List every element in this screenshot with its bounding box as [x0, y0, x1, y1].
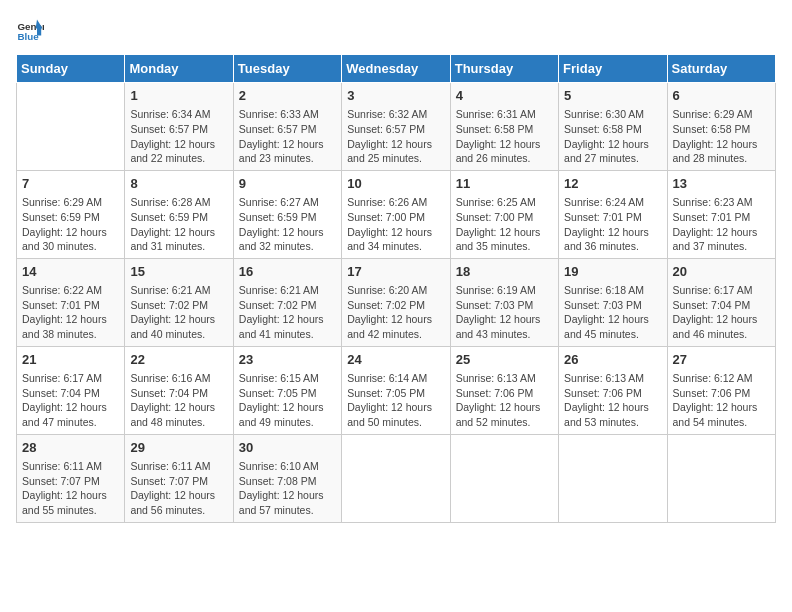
cell-details: Sunrise: 6:31 AM Sunset: 6:58 PM Dayligh… [456, 107, 553, 166]
cell-details: Sunrise: 6:27 AM Sunset: 6:59 PM Dayligh… [239, 195, 336, 254]
calendar-cell: 23Sunrise: 6:15 AM Sunset: 7:05 PM Dayli… [233, 346, 341, 434]
day-number: 29 [130, 439, 227, 457]
calendar-cell: 16Sunrise: 6:21 AM Sunset: 7:02 PM Dayli… [233, 258, 341, 346]
calendar-cell: 19Sunrise: 6:18 AM Sunset: 7:03 PM Dayli… [559, 258, 667, 346]
calendar-cell: 30Sunrise: 6:10 AM Sunset: 7:08 PM Dayli… [233, 434, 341, 522]
day-number: 14 [22, 263, 119, 281]
calendar-cell: 24Sunrise: 6:14 AM Sunset: 7:05 PM Dayli… [342, 346, 450, 434]
day-number: 7 [22, 175, 119, 193]
day-number: 19 [564, 263, 661, 281]
calendar-row: 7Sunrise: 6:29 AM Sunset: 6:59 PM Daylig… [17, 170, 776, 258]
cell-details: Sunrise: 6:25 AM Sunset: 7:00 PM Dayligh… [456, 195, 553, 254]
cell-details: Sunrise: 6:16 AM Sunset: 7:04 PM Dayligh… [130, 371, 227, 430]
day-number: 12 [564, 175, 661, 193]
calendar-cell: 6Sunrise: 6:29 AM Sunset: 6:58 PM Daylig… [667, 83, 775, 171]
day-number: 9 [239, 175, 336, 193]
calendar-cell [450, 434, 558, 522]
cell-details: Sunrise: 6:13 AM Sunset: 7:06 PM Dayligh… [564, 371, 661, 430]
logo: General Blue [16, 16, 48, 44]
cell-details: Sunrise: 6:33 AM Sunset: 6:57 PM Dayligh… [239, 107, 336, 166]
page-header: General Blue [16, 16, 776, 44]
calendar-cell: 22Sunrise: 6:16 AM Sunset: 7:04 PM Dayli… [125, 346, 233, 434]
day-number: 27 [673, 351, 770, 369]
calendar-cell: 18Sunrise: 6:19 AM Sunset: 7:03 PM Dayli… [450, 258, 558, 346]
col-header-tuesday: Tuesday [233, 55, 341, 83]
cell-details: Sunrise: 6:11 AM Sunset: 7:07 PM Dayligh… [22, 459, 119, 518]
col-header-wednesday: Wednesday [342, 55, 450, 83]
header-row: SundayMondayTuesdayWednesdayThursdayFrid… [17, 55, 776, 83]
cell-details: Sunrise: 6:12 AM Sunset: 7:06 PM Dayligh… [673, 371, 770, 430]
cell-details: Sunrise: 6:32 AM Sunset: 6:57 PM Dayligh… [347, 107, 444, 166]
calendar-cell: 15Sunrise: 6:21 AM Sunset: 7:02 PM Dayli… [125, 258, 233, 346]
calendar-cell: 8Sunrise: 6:28 AM Sunset: 6:59 PM Daylig… [125, 170, 233, 258]
cell-details: Sunrise: 6:19 AM Sunset: 7:03 PM Dayligh… [456, 283, 553, 342]
day-number: 4 [456, 87, 553, 105]
day-number: 1 [130, 87, 227, 105]
day-number: 18 [456, 263, 553, 281]
cell-details: Sunrise: 6:30 AM Sunset: 6:58 PM Dayligh… [564, 107, 661, 166]
day-number: 13 [673, 175, 770, 193]
calendar-cell: 14Sunrise: 6:22 AM Sunset: 7:01 PM Dayli… [17, 258, 125, 346]
calendar-cell: 20Sunrise: 6:17 AM Sunset: 7:04 PM Dayli… [667, 258, 775, 346]
calendar-cell: 11Sunrise: 6:25 AM Sunset: 7:00 PM Dayli… [450, 170, 558, 258]
calendar-cell: 21Sunrise: 6:17 AM Sunset: 7:04 PM Dayli… [17, 346, 125, 434]
cell-details: Sunrise: 6:24 AM Sunset: 7:01 PM Dayligh… [564, 195, 661, 254]
day-number: 8 [130, 175, 227, 193]
day-number: 21 [22, 351, 119, 369]
cell-details: Sunrise: 6:29 AM Sunset: 6:58 PM Dayligh… [673, 107, 770, 166]
calendar-cell [342, 434, 450, 522]
day-number: 3 [347, 87, 444, 105]
calendar-cell: 4Sunrise: 6:31 AM Sunset: 6:58 PM Daylig… [450, 83, 558, 171]
svg-text:Blue: Blue [17, 31, 39, 42]
calendar-row: 21Sunrise: 6:17 AM Sunset: 7:04 PM Dayli… [17, 346, 776, 434]
day-number: 20 [673, 263, 770, 281]
calendar-cell: 25Sunrise: 6:13 AM Sunset: 7:06 PM Dayli… [450, 346, 558, 434]
cell-details: Sunrise: 6:34 AM Sunset: 6:57 PM Dayligh… [130, 107, 227, 166]
day-number: 28 [22, 439, 119, 457]
calendar-cell: 29Sunrise: 6:11 AM Sunset: 7:07 PM Dayli… [125, 434, 233, 522]
day-number: 11 [456, 175, 553, 193]
cell-details: Sunrise: 6:14 AM Sunset: 7:05 PM Dayligh… [347, 371, 444, 430]
day-number: 5 [564, 87, 661, 105]
calendar-cell [559, 434, 667, 522]
cell-details: Sunrise: 6:20 AM Sunset: 7:02 PM Dayligh… [347, 283, 444, 342]
calendar-cell: 12Sunrise: 6:24 AM Sunset: 7:01 PM Dayli… [559, 170, 667, 258]
day-number: 16 [239, 263, 336, 281]
cell-details: Sunrise: 6:17 AM Sunset: 7:04 PM Dayligh… [673, 283, 770, 342]
day-number: 30 [239, 439, 336, 457]
calendar-cell: 5Sunrise: 6:30 AM Sunset: 6:58 PM Daylig… [559, 83, 667, 171]
cell-details: Sunrise: 6:18 AM Sunset: 7:03 PM Dayligh… [564, 283, 661, 342]
day-number: 15 [130, 263, 227, 281]
calendar-cell: 1Sunrise: 6:34 AM Sunset: 6:57 PM Daylig… [125, 83, 233, 171]
calendar-cell: 9Sunrise: 6:27 AM Sunset: 6:59 PM Daylig… [233, 170, 341, 258]
cell-details: Sunrise: 6:26 AM Sunset: 7:00 PM Dayligh… [347, 195, 444, 254]
calendar-row: 1Sunrise: 6:34 AM Sunset: 6:57 PM Daylig… [17, 83, 776, 171]
cell-details: Sunrise: 6:23 AM Sunset: 7:01 PM Dayligh… [673, 195, 770, 254]
cell-details: Sunrise: 6:29 AM Sunset: 6:59 PM Dayligh… [22, 195, 119, 254]
calendar-row: 28Sunrise: 6:11 AM Sunset: 7:07 PM Dayli… [17, 434, 776, 522]
cell-details: Sunrise: 6:11 AM Sunset: 7:07 PM Dayligh… [130, 459, 227, 518]
calendar-cell: 27Sunrise: 6:12 AM Sunset: 7:06 PM Dayli… [667, 346, 775, 434]
day-number: 23 [239, 351, 336, 369]
day-number: 17 [347, 263, 444, 281]
calendar-cell: 3Sunrise: 6:32 AM Sunset: 6:57 PM Daylig… [342, 83, 450, 171]
calendar-cell [667, 434, 775, 522]
logo-icon: General Blue [16, 16, 44, 44]
calendar-cell: 7Sunrise: 6:29 AM Sunset: 6:59 PM Daylig… [17, 170, 125, 258]
cell-details: Sunrise: 6:21 AM Sunset: 7:02 PM Dayligh… [239, 283, 336, 342]
cell-details: Sunrise: 6:22 AM Sunset: 7:01 PM Dayligh… [22, 283, 119, 342]
calendar-table: SundayMondayTuesdayWednesdayThursdayFrid… [16, 54, 776, 523]
cell-details: Sunrise: 6:10 AM Sunset: 7:08 PM Dayligh… [239, 459, 336, 518]
col-header-monday: Monday [125, 55, 233, 83]
cell-details: Sunrise: 6:13 AM Sunset: 7:06 PM Dayligh… [456, 371, 553, 430]
day-number: 10 [347, 175, 444, 193]
calendar-cell: 2Sunrise: 6:33 AM Sunset: 6:57 PM Daylig… [233, 83, 341, 171]
day-number: 2 [239, 87, 336, 105]
col-header-thursday: Thursday [450, 55, 558, 83]
day-number: 25 [456, 351, 553, 369]
calendar-row: 14Sunrise: 6:22 AM Sunset: 7:01 PM Dayli… [17, 258, 776, 346]
calendar-cell: 28Sunrise: 6:11 AM Sunset: 7:07 PM Dayli… [17, 434, 125, 522]
calendar-cell: 13Sunrise: 6:23 AM Sunset: 7:01 PM Dayli… [667, 170, 775, 258]
col-header-sunday: Sunday [17, 55, 125, 83]
cell-details: Sunrise: 6:28 AM Sunset: 6:59 PM Dayligh… [130, 195, 227, 254]
